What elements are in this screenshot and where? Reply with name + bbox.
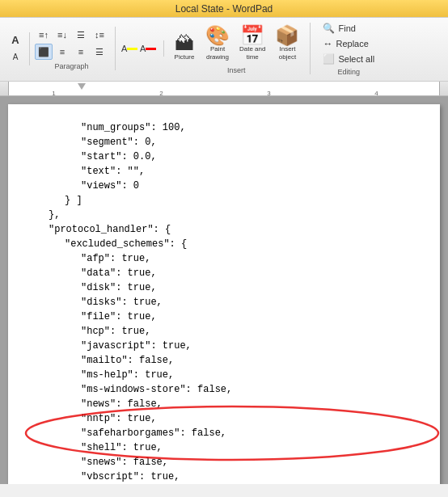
doc-line-15: "javascript": true, bbox=[32, 339, 416, 353]
indent-increase-btn[interactable]: ≡↓ bbox=[53, 27, 71, 43]
doc-line-0: "num_groups": 100, bbox=[32, 120, 416, 135]
doc-line-14: "hcp": true, bbox=[32, 324, 416, 339]
document[interactable]: "num_groups": 100,"segment": 0,"start": … bbox=[8, 104, 440, 484]
doc-line-1: "segment": 0, bbox=[32, 135, 416, 150]
picture-btn[interactable]: 🏔 Picture bbox=[169, 31, 200, 65]
doc-line-23: "snews": false, bbox=[32, 455, 416, 470]
select-all-btn[interactable]: ⬜ Select all bbox=[319, 52, 378, 66]
doc-line-17: "ms-help": true, bbox=[32, 368, 416, 382]
doc-line-12: "disks": true, bbox=[32, 295, 416, 310]
select-all-icon: ⬜ bbox=[323, 53, 335, 65]
doc-line-13: "file": true, bbox=[32, 310, 416, 324]
doc-line-5: } ] bbox=[32, 193, 416, 208]
doc-line-11: "disk": true, bbox=[32, 280, 416, 295]
font-color-btn[interactable]: A bbox=[139, 40, 157, 57]
paint-drawing-btn[interactable]: 🎨 Paintdrawing bbox=[201, 23, 234, 64]
doc-line-22: "shell": true, bbox=[32, 440, 416, 455]
title-text: Local State - WordPad bbox=[175, 3, 273, 15]
ribbon: A A ≡↑ ≡↓ ☰ ↕≡ ⬛ ≡ ≡ ☰ Paragraph bbox=[0, 18, 448, 82]
paragraph-group: ≡↑ ≡↓ ☰ ↕≡ ⬛ ≡ ≡ ☰ Paragraph bbox=[35, 27, 116, 70]
editing-label: Editing bbox=[315, 68, 382, 76]
date-and-time-btn[interactable]: 📅 Date andtime bbox=[235, 23, 269, 64]
font-size-increase[interactable]: A bbox=[6, 32, 24, 48]
font-size-decrease[interactable]: A bbox=[6, 49, 24, 65]
find-label: Find bbox=[338, 23, 355, 33]
doc-line-9: "afp": true, bbox=[32, 251, 416, 266]
align-left-btn[interactable]: ⬛ bbox=[35, 44, 53, 60]
title-bar: Local State - WordPad bbox=[0, 0, 448, 18]
doc-line-24: "vbscript": true, bbox=[32, 470, 416, 484]
doc-line-10: "data": true, bbox=[32, 266, 416, 280]
align-center-btn[interactable]: ≡ bbox=[53, 44, 71, 60]
find-btn[interactable]: 🔍 Find bbox=[319, 21, 378, 36]
doc-line-2: "start": 0.0, bbox=[32, 150, 416, 164]
doc-line-6: }, bbox=[32, 208, 416, 222]
insert-label: Insert bbox=[227, 66, 246, 74]
select-all-label: Select all bbox=[338, 54, 374, 64]
bullets-btn[interactable]: ☰ bbox=[72, 27, 90, 43]
doc-line-21: "safeharborgames": false, bbox=[32, 426, 416, 440]
find-icon: 🔍 bbox=[323, 23, 335, 34]
insert-group: 🏔 Picture 🎨 Paintdrawing 📅 Date andtime … bbox=[169, 23, 311, 74]
doc-line-19: "news": false, bbox=[32, 397, 416, 411]
indent-decrease-btn[interactable]: ≡↑ bbox=[35, 27, 53, 43]
insert-object-btn[interactable]: 📦 Insertobject bbox=[271, 23, 303, 64]
replace-label: Replace bbox=[336, 39, 368, 48]
justify-btn[interactable]: ☰ bbox=[91, 44, 108, 60]
doc-line-4: "views": 0 bbox=[32, 179, 416, 193]
doc-line-16: "mailto": false, bbox=[32, 353, 416, 368]
doc-line-7: "protocol_handler": { bbox=[32, 222, 416, 237]
font-size-group: A A bbox=[6, 32, 30, 65]
document-area: "num_groups": 100,"segment": 0,"start": … bbox=[0, 96, 448, 484]
ruler: 1 2 3 4 bbox=[0, 82, 448, 96]
replace-btn[interactable]: ↔ Replace bbox=[319, 36, 378, 51]
doc-line-3: "text": "", bbox=[32, 164, 416, 179]
highlight-color-btn[interactable]: A bbox=[120, 40, 138, 57]
replace-icon: ↔ bbox=[323, 38, 332, 49]
doc-line-20: "nntp": true, bbox=[32, 411, 416, 426]
paragraph-label: Paragraph bbox=[35, 62, 108, 70]
doc-line-8: "excluded_schemes": { bbox=[32, 237, 416, 251]
line-spacing-btn[interactable]: ↕≡ bbox=[91, 27, 108, 43]
editing-group: 🔍 Find ↔ Replace ⬜ Select all Editing bbox=[315, 21, 382, 76]
doc-line-18: "ms-windows-store": false, bbox=[32, 382, 416, 397]
align-right-btn[interactable]: ≡ bbox=[72, 44, 90, 60]
